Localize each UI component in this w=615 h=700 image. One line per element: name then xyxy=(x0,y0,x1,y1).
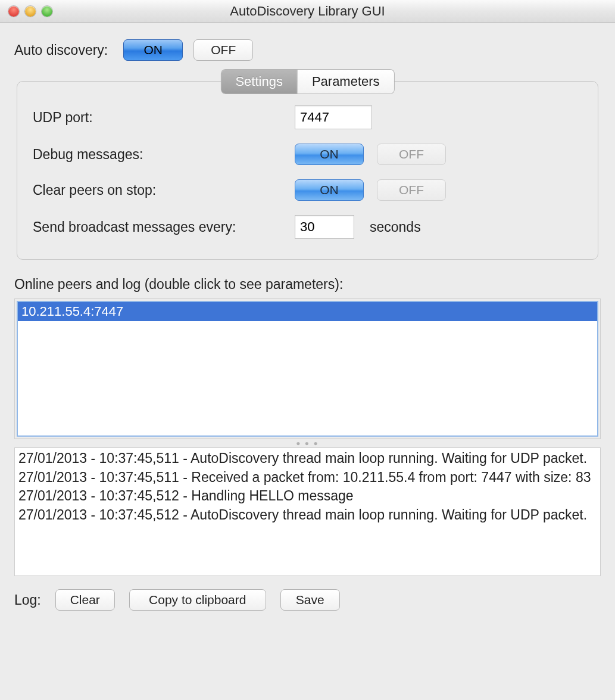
peers-list-wrap: 10.211.55.4:7447 xyxy=(14,298,601,439)
peers-list[interactable]: 10.211.55.4:7447 xyxy=(17,301,598,437)
auto-discovery-on-button[interactable]: ON xyxy=(123,39,183,61)
debug-on-button[interactable]: ON xyxy=(295,144,364,165)
save-log-button[interactable]: Save xyxy=(280,589,340,611)
window-content: Auto discovery: ON OFF Settings Paramete… xyxy=(0,23,615,627)
zoom-icon[interactable] xyxy=(42,6,52,17)
peers-and-log-label: Online peers and log (double click to se… xyxy=(14,276,601,293)
window-title: AutoDiscovery Library GUI xyxy=(0,4,615,19)
copy-to-clipboard-button[interactable]: Copy to clipboard xyxy=(129,589,266,611)
log-line: 27/01/2013 - 10:37:45,511 - Received a p… xyxy=(18,468,597,487)
broadcast-interval-input[interactable] xyxy=(295,215,354,239)
broadcast-interval-label: Send broadcast messages every: xyxy=(33,219,295,235)
debug-messages-label: Debug messages: xyxy=(33,147,295,163)
traffic-lights xyxy=(0,6,52,17)
tabs: Settings Parameters xyxy=(221,70,394,94)
log-output[interactable]: 27/01/2013 - 10:37:45,511 - AutoDiscover… xyxy=(14,447,601,576)
settings-groupbox: Settings Parameters UDP port: Debug mess… xyxy=(17,81,598,260)
udp-port-label: UDP port: xyxy=(33,110,295,126)
peer-list-item[interactable]: 10.211.55.4:7447 xyxy=(18,302,597,321)
tab-settings[interactable]: Settings xyxy=(221,70,297,94)
udp-port-input[interactable] xyxy=(295,105,372,129)
log-label: Log: xyxy=(14,592,41,608)
splitter-handle[interactable]: ● ● ● xyxy=(14,439,601,447)
udp-port-row: UDP port: xyxy=(33,105,582,129)
debug-messages-row: Debug messages: ON OFF xyxy=(33,144,582,165)
broadcast-interval-row: Send broadcast messages every: seconds xyxy=(33,215,582,239)
auto-discovery-off-button[interactable]: OFF xyxy=(193,39,253,61)
log-line: 27/01/2013 - 10:37:45,512 - AutoDiscover… xyxy=(18,506,597,525)
debug-off-button[interactable]: OFF xyxy=(377,144,446,165)
clear-peers-row: Clear peers on stop: ON OFF xyxy=(33,179,582,201)
minimize-icon[interactable] xyxy=(25,6,36,17)
broadcast-interval-suffix: seconds xyxy=(370,219,421,235)
auto-discovery-label: Auto discovery: xyxy=(14,42,108,58)
log-line: 27/01/2013 - 10:37:45,511 - AutoDiscover… xyxy=(18,449,597,468)
log-buttons-row: Log: Clear Copy to clipboard Save xyxy=(14,589,601,611)
clear-peers-off-button[interactable]: OFF xyxy=(377,179,446,201)
close-icon[interactable] xyxy=(8,6,19,17)
clear-peers-label: Clear peers on stop: xyxy=(33,182,295,198)
log-line: 27/01/2013 - 10:37:45,512 - Handling HEL… xyxy=(18,487,597,506)
clear-log-button[interactable]: Clear xyxy=(55,589,115,611)
titlebar: AutoDiscovery Library GUI xyxy=(0,0,615,23)
tab-parameters[interactable]: Parameters xyxy=(297,70,394,94)
clear-peers-on-button[interactable]: ON xyxy=(295,179,364,201)
auto-discovery-row: Auto discovery: ON OFF xyxy=(14,39,601,61)
